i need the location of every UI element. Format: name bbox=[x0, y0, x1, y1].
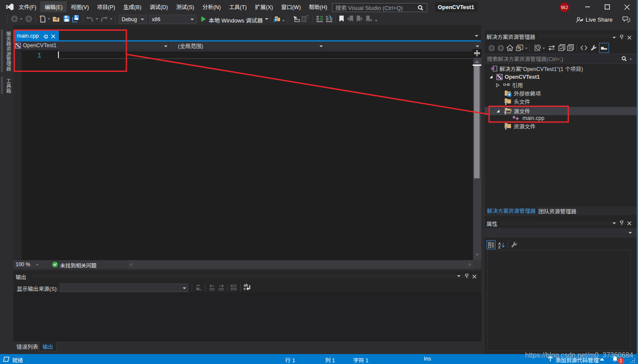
svg-text:c: c bbox=[244, 287, 246, 291]
svg-text:+: + bbox=[489, 242, 490, 245]
svg-text:Z: Z bbox=[498, 245, 500, 249]
